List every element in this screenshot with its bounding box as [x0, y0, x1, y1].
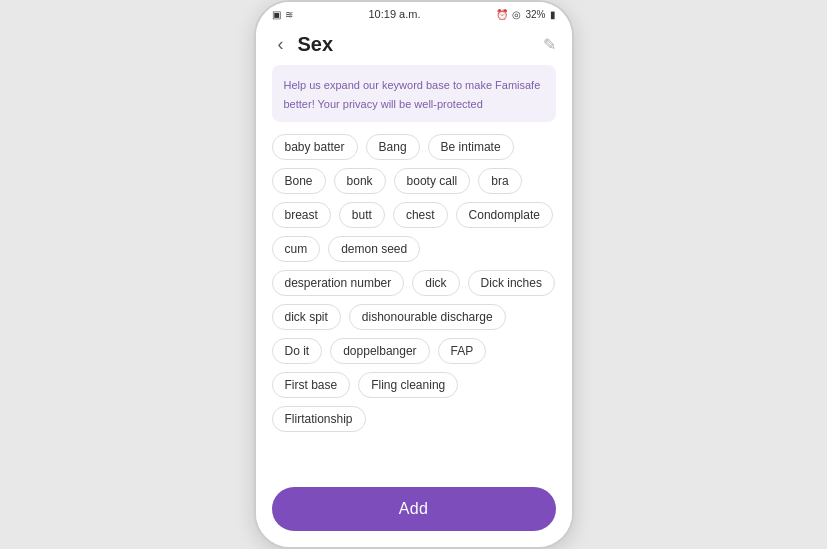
- battery-percent: 32%: [525, 9, 545, 20]
- tag-item[interactable]: butt: [339, 202, 385, 228]
- tag-item[interactable]: bra: [478, 168, 521, 194]
- tag-item[interactable]: bonk: [334, 168, 386, 194]
- tag-item[interactable]: Do it: [272, 338, 323, 364]
- tag-item[interactable]: FAP: [438, 338, 487, 364]
- tag-item[interactable]: demon seed: [328, 236, 420, 262]
- tag-item[interactable]: Flirtationship: [272, 406, 366, 432]
- alarm-icon: ⏰: [496, 9, 508, 20]
- tag-item[interactable]: Be intimate: [428, 134, 514, 160]
- status-left: ▣ ≋: [272, 9, 293, 20]
- location-icon: ◎: [512, 9, 521, 20]
- phone-frame: ▣ ≋ 10:19 a.m. ⏰ ◎ 32% ▮ ‹ Sex ✎ Help us…: [254, 0, 574, 549]
- signal-icon: ▣: [272, 9, 281, 20]
- tag-item[interactable]: First base: [272, 372, 351, 398]
- tag-item[interactable]: dick spit: [272, 304, 341, 330]
- header: ‹ Sex ✎: [256, 24, 572, 65]
- tags-content: baby batterBangBe intimateBonebonkbooty …: [256, 134, 572, 477]
- tag-item[interactable]: Bone: [272, 168, 326, 194]
- tag-item[interactable]: booty call: [394, 168, 471, 194]
- status-time: 10:19 a.m.: [369, 8, 421, 20]
- wifi-icon: ≋: [285, 9, 293, 20]
- tag-item[interactable]: baby batter: [272, 134, 358, 160]
- info-text: Help us expand our keyword base to make …: [284, 79, 541, 110]
- add-button[interactable]: Add: [272, 487, 556, 531]
- tag-item[interactable]: desperation number: [272, 270, 405, 296]
- tag-item[interactable]: cum: [272, 236, 321, 262]
- status-bar: ▣ ≋ 10:19 a.m. ⏰ ◎ 32% ▮: [256, 2, 572, 24]
- tag-item[interactable]: chest: [393, 202, 448, 228]
- tag-item[interactable]: Fling cleaning: [358, 372, 458, 398]
- tag-item[interactable]: dishonourable discharge: [349, 304, 506, 330]
- tag-item[interactable]: dick: [412, 270, 459, 296]
- back-button[interactable]: ‹: [272, 32, 290, 57]
- tag-item[interactable]: Condomplate: [456, 202, 553, 228]
- edit-icon[interactable]: ✎: [543, 35, 556, 54]
- tag-item[interactable]: Dick inches: [468, 270, 555, 296]
- tag-item[interactable]: doppelbanger: [330, 338, 429, 364]
- tag-item[interactable]: Bang: [366, 134, 420, 160]
- add-button-container: Add: [256, 477, 572, 547]
- status-right: ⏰ ◎ 32% ▮: [496, 9, 555, 20]
- tags-container: baby batterBangBe intimateBonebonkbooty …: [272, 134, 556, 444]
- tag-item[interactable]: breast: [272, 202, 331, 228]
- info-box: Help us expand our keyword base to make …: [272, 65, 556, 122]
- battery-icon: ▮: [550, 9, 556, 20]
- page-title: Sex: [298, 33, 543, 56]
